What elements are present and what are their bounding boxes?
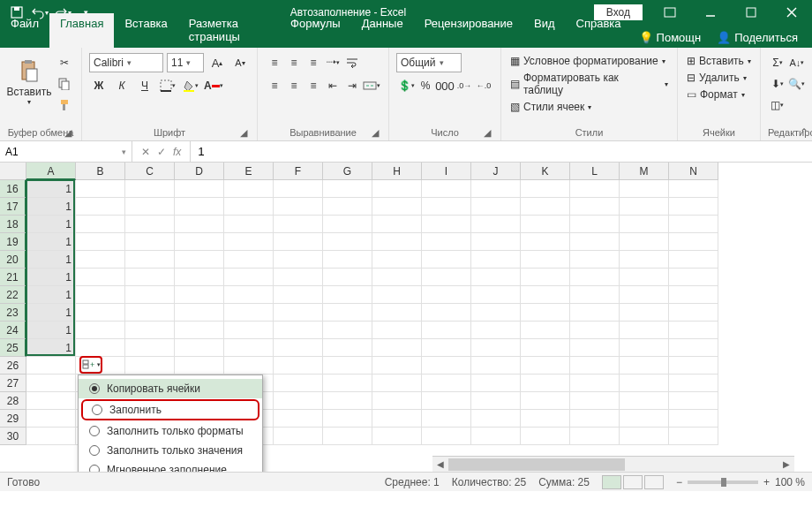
autofill-option[interactable]: Мгновенное заполнение: [79, 460, 262, 472]
tab-рецензирование[interactable]: Рецензирование: [414, 13, 523, 48]
cell[interactable]: [570, 410, 620, 428]
column-header[interactable]: K: [521, 163, 570, 180]
cell[interactable]: [175, 322, 224, 339]
cell[interactable]: [323, 233, 372, 251]
tab-файл[interactable]: Файл: [0, 13, 49, 48]
tell-me-button[interactable]: 💡Помощн: [632, 27, 709, 48]
cell[interactable]: [471, 428, 521, 445]
cell[interactable]: [620, 286, 669, 304]
cell[interactable]: [76, 180, 125, 198]
column-header[interactable]: E: [224, 163, 274, 180]
cell[interactable]: [471, 322, 521, 339]
cell[interactable]: [570, 216, 620, 233]
cell[interactable]: [274, 410, 323, 428]
cell[interactable]: [669, 339, 718, 357]
cell[interactable]: [521, 392, 570, 410]
maximize-icon[interactable]: [731, 0, 771, 25]
zoom-out-icon[interactable]: −: [676, 476, 682, 488]
font-launcher-icon[interactable]: ◢: [237, 126, 250, 139]
cell[interactable]: 1: [26, 322, 76, 339]
increase-decimal-icon[interactable]: .0→: [455, 76, 474, 95]
row-header[interactable]: 25: [0, 339, 26, 357]
cell[interactable]: 1: [26, 216, 76, 233]
wrap-text-icon[interactable]: [342, 53, 362, 72]
comma-icon[interactable]: 000: [435, 76, 455, 95]
cell[interactable]: [570, 233, 620, 251]
cell[interactable]: [76, 304, 125, 322]
cell[interactable]: [620, 233, 669, 251]
cell[interactable]: [471, 357, 521, 375]
cell[interactable]: [323, 375, 372, 392]
cell[interactable]: [224, 269, 274, 286]
cell[interactable]: [372, 216, 422, 233]
cell[interactable]: [323, 269, 372, 286]
cell[interactable]: [620, 410, 669, 428]
cell[interactable]: [471, 180, 521, 198]
cell[interactable]: [175, 357, 224, 375]
merge-icon[interactable]: ▾: [362, 76, 381, 95]
cell[interactable]: [26, 428, 76, 445]
cell[interactable]: [521, 357, 570, 375]
column-header[interactable]: B: [76, 163, 125, 180]
paste-button[interactable]: Вставить ▾: [7, 53, 51, 110]
cell[interactable]: [175, 251, 224, 269]
cell[interactable]: [471, 216, 521, 233]
cell[interactable]: [570, 428, 620, 445]
cell[interactable]: [274, 269, 323, 286]
cell[interactable]: [471, 392, 521, 410]
cell[interactable]: [76, 233, 125, 251]
insert-cells-button[interactable]: ⊞Вставить▾: [685, 53, 753, 69]
cell[interactable]: [76, 198, 125, 216]
share-button[interactable]: 👤Поделиться: [710, 27, 805, 48]
cell[interactable]: [125, 357, 175, 375]
cell[interactable]: [125, 233, 175, 251]
cell[interactable]: [620, 269, 669, 286]
percent-icon[interactable]: %: [416, 76, 435, 95]
cell[interactable]: [76, 322, 125, 339]
font-name-combo[interactable]: Calibri▾: [89, 53, 163, 72]
cell[interactable]: [669, 322, 718, 339]
cell[interactable]: [224, 286, 274, 304]
ribbon-display-icon[interactable]: [650, 0, 690, 25]
cell[interactable]: [323, 392, 372, 410]
cell[interactable]: [620, 304, 669, 322]
decrease-decimal-icon[interactable]: ←.0: [474, 76, 493, 95]
cell[interactable]: [669, 286, 718, 304]
cell[interactable]: [323, 216, 372, 233]
cell[interactable]: [471, 375, 521, 392]
cell[interactable]: [422, 304, 471, 322]
row-header[interactable]: 24: [0, 322, 26, 339]
column-header[interactable]: F: [274, 163, 323, 180]
column-header[interactable]: A: [26, 163, 76, 180]
collapse-ribbon-icon[interactable]: ⌃: [800, 126, 808, 139]
enter-formula-icon[interactable]: ✓: [157, 146, 166, 158]
tab-вид[interactable]: Вид: [523, 13, 566, 48]
cell[interactable]: [372, 198, 422, 216]
scroll-thumb[interactable]: [448, 458, 625, 471]
cell[interactable]: [372, 251, 422, 269]
cell[interactable]: [323, 428, 372, 445]
cell[interactable]: [125, 286, 175, 304]
indent-left-icon[interactable]: ⇤: [323, 76, 342, 95]
cell[interactable]: [125, 198, 175, 216]
cell[interactable]: [274, 392, 323, 410]
cell[interactable]: [471, 198, 521, 216]
cell[interactable]: [274, 375, 323, 392]
cell[interactable]: [521, 286, 570, 304]
cell[interactable]: [224, 357, 274, 375]
cell[interactable]: [175, 180, 224, 198]
cell[interactable]: [521, 339, 570, 357]
cell[interactable]: [422, 233, 471, 251]
cell[interactable]: [521, 233, 570, 251]
cell[interactable]: [471, 410, 521, 428]
cell[interactable]: [372, 286, 422, 304]
cell[interactable]: [175, 304, 224, 322]
row-header[interactable]: 21: [0, 269, 26, 286]
cell[interactable]: [224, 233, 274, 251]
cell[interactable]: [372, 428, 422, 445]
cell[interactable]: [224, 251, 274, 269]
cell[interactable]: [669, 392, 718, 410]
cell[interactable]: [669, 428, 718, 445]
cell[interactable]: 1: [26, 304, 76, 322]
cell[interactable]: 1: [26, 286, 76, 304]
